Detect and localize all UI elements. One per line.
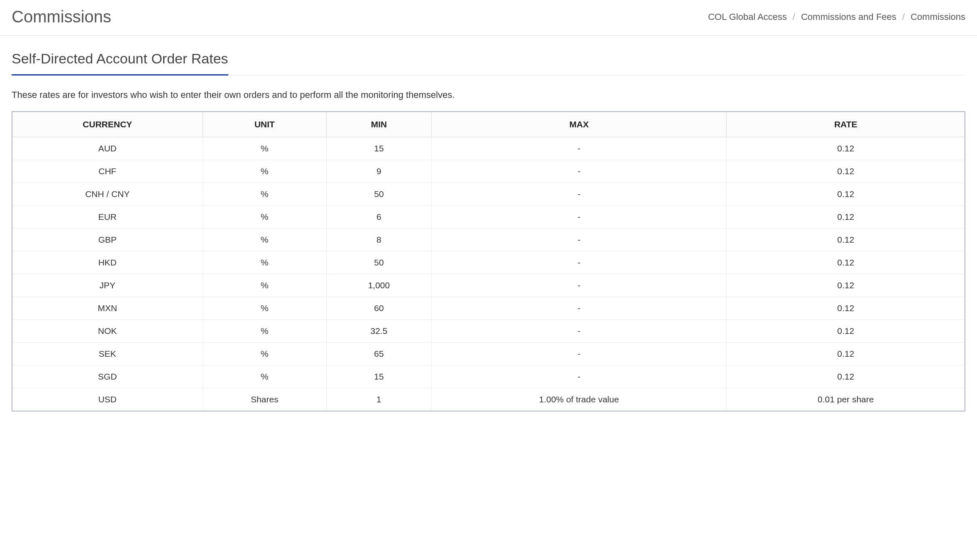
cell-max: - bbox=[431, 320, 727, 343]
breadcrumb-level2[interactable]: Commissions and Fees bbox=[801, 12, 896, 22]
cell-max: - bbox=[431, 274, 727, 297]
cell-rate: 0.12 bbox=[727, 343, 965, 365]
page-header: Commissions COL Global Access / Commissi… bbox=[0, 0, 977, 36]
cell-unit: % bbox=[203, 160, 326, 183]
cell-currency: USD bbox=[12, 388, 203, 411]
main-content: Self-Directed Account Order Rates These … bbox=[0, 36, 977, 423]
cell-max: - bbox=[431, 183, 727, 206]
cell-unit: % bbox=[203, 274, 326, 297]
cell-rate: 0.12 bbox=[727, 251, 965, 274]
cell-min: 65 bbox=[327, 343, 432, 365]
cell-min: 1,000 bbox=[327, 274, 432, 297]
column-header-unit: UNIT bbox=[203, 112, 326, 137]
cell-unit: % bbox=[203, 183, 326, 206]
cell-unit: % bbox=[203, 251, 326, 274]
cell-currency: HKD bbox=[12, 251, 203, 274]
cell-currency: CHF bbox=[12, 160, 203, 183]
cell-min: 32.5 bbox=[327, 320, 432, 343]
rates-table: CURRENCY UNIT MIN MAX RATE AUD%15-0.12CH… bbox=[12, 111, 965, 411]
table-row: HKD%50-0.12 bbox=[12, 251, 965, 274]
column-header-currency: CURRENCY bbox=[12, 112, 203, 137]
table-row: EUR%6-0.12 bbox=[12, 206, 965, 229]
cell-unit: % bbox=[203, 320, 326, 343]
table-row: AUD%15-0.12 bbox=[12, 137, 965, 160]
cell-max: - bbox=[431, 251, 727, 274]
breadcrumb-level1[interactable]: COL Global Access bbox=[708, 12, 787, 22]
cell-min: 60 bbox=[327, 297, 432, 320]
cell-unit: % bbox=[203, 297, 326, 320]
cell-rate: 0.12 bbox=[727, 206, 965, 229]
cell-min: 50 bbox=[327, 183, 432, 206]
cell-rate: 0.12 bbox=[727, 137, 965, 160]
section-title: Self-Directed Account Order Rates bbox=[12, 51, 228, 75]
cell-rate: 0.12 bbox=[727, 297, 965, 320]
cell-currency: MXN bbox=[12, 297, 203, 320]
column-header-rate: RATE bbox=[727, 112, 965, 137]
cell-currency: SGD bbox=[12, 365, 203, 388]
table-row: USDShares11.00% of trade value0.01 per s… bbox=[12, 388, 965, 411]
cell-min: 9 bbox=[327, 160, 432, 183]
cell-currency: NOK bbox=[12, 320, 203, 343]
cell-rate: 0.12 bbox=[727, 320, 965, 343]
table-row: SEK%65-0.12 bbox=[12, 343, 965, 365]
cell-max: - bbox=[431, 229, 727, 251]
cell-unit: % bbox=[203, 137, 326, 160]
cell-max: - bbox=[431, 343, 727, 365]
table-row: GBP%8-0.12 bbox=[12, 229, 965, 251]
cell-unit: % bbox=[203, 206, 326, 229]
cell-unit: % bbox=[203, 229, 326, 251]
table-row: SGD%15-0.12 bbox=[12, 365, 965, 388]
cell-currency: EUR bbox=[12, 206, 203, 229]
cell-min: 6 bbox=[327, 206, 432, 229]
cell-min: 8 bbox=[327, 229, 432, 251]
section-description: These rates are for investors who wish t… bbox=[12, 90, 965, 100]
cell-max: - bbox=[431, 297, 727, 320]
cell-currency: GBP bbox=[12, 229, 203, 251]
cell-rate: 0.12 bbox=[727, 183, 965, 206]
cell-min: 1 bbox=[327, 388, 432, 411]
cell-rate: 0.12 bbox=[727, 160, 965, 183]
cell-unit: % bbox=[203, 343, 326, 365]
cell-min: 15 bbox=[327, 365, 432, 388]
page-title: Commissions bbox=[12, 7, 111, 26]
column-header-max: MAX bbox=[431, 112, 727, 137]
table-row: MXN%60-0.12 bbox=[12, 297, 965, 320]
breadcrumb-level3: Commissions bbox=[911, 12, 965, 22]
cell-rate: 0.01 per share bbox=[727, 388, 965, 411]
breadcrumb-separator: / bbox=[902, 12, 905, 22]
breadcrumb: COL Global Access / Commissions and Fees… bbox=[708, 12, 965, 22]
cell-max: - bbox=[431, 365, 727, 388]
cell-rate: 0.12 bbox=[727, 365, 965, 388]
cell-rate: 0.12 bbox=[727, 274, 965, 297]
cell-rate: 0.12 bbox=[727, 229, 965, 251]
cell-max: - bbox=[431, 137, 727, 160]
cell-currency: JPY bbox=[12, 274, 203, 297]
cell-min: 50 bbox=[327, 251, 432, 274]
table-row: CNH / CNY%50-0.12 bbox=[12, 183, 965, 206]
cell-unit: % bbox=[203, 365, 326, 388]
cell-currency: SEK bbox=[12, 343, 203, 365]
cell-max: - bbox=[431, 160, 727, 183]
table-row: JPY%1,000-0.12 bbox=[12, 274, 965, 297]
cell-unit: Shares bbox=[203, 388, 326, 411]
cell-max: - bbox=[431, 206, 727, 229]
column-header-min: MIN bbox=[327, 112, 432, 137]
breadcrumb-separator: / bbox=[793, 12, 795, 22]
table-row: NOK%32.5-0.12 bbox=[12, 320, 965, 343]
table-header-row: CURRENCY UNIT MIN MAX RATE bbox=[12, 112, 965, 137]
table-row: CHF%9-0.12 bbox=[12, 160, 965, 183]
cell-max: 1.00% of trade value bbox=[431, 388, 727, 411]
cell-currency: AUD bbox=[12, 137, 203, 160]
cell-currency: CNH / CNY bbox=[12, 183, 203, 206]
cell-min: 15 bbox=[327, 137, 432, 160]
